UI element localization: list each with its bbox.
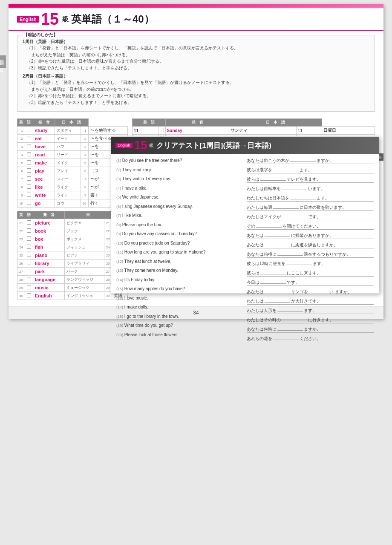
- checkbox-cell: [25, 191, 33, 199]
- row-num: 10: [17, 199, 25, 208]
- col2-header-en: 英 語: [17, 211, 33, 219]
- en-word-cell: write: [33, 191, 55, 199]
- col2-header-jp: 日: [64, 211, 112, 219]
- memo-week1: 1周目（英語→日本語） （1）「発音」と「日本語」を赤シートでかくし、「英語」を…: [23, 39, 369, 72]
- row-num: 11: [133, 127, 159, 135]
- test-answer: わたしはその町のに行きます。: [247, 317, 374, 323]
- en-word-cell: piano: [33, 251, 64, 260]
- test-left: (1) Do you see the tree over there?(2) T…: [116, 157, 243, 345]
- test-question: (19) What time do you get up?: [116, 322, 243, 329]
- side-tab: 問題 15 級: [0, 55, 6, 68]
- test-answer: わたしは人形をます。: [247, 307, 374, 314]
- test-right: あなたは向こうの木がますか。彼らは漢字をます。彼らはテレビを見ます。わたしは自転…: [247, 157, 374, 345]
- checkbox-cell: [25, 219, 33, 227]
- checkbox-cell: [25, 183, 33, 191]
- memo-w2-sub1: まちがえた単語は「日本語」の前の□に赤×をつける。: [23, 86, 369, 92]
- checkbox-cell: [25, 292, 33, 300]
- en-word-cell: have: [33, 143, 55, 151]
- memo-box: 【暗記のしかた】 1周目（英語→日本語） （1）「発音」と「日本語」を赤シートで…: [17, 35, 375, 112]
- test-question: (2) They read kanji.: [116, 167, 243, 173]
- level-header: English 15 級 英単語（１～40）: [9, 8, 383, 31]
- row-num: 26: [17, 260, 25, 268]
- row-num: 6: [17, 167, 25, 175]
- test-answer: そのを開けてください。: [247, 223, 374, 230]
- test-content: (1) Do you see the tree over there?(2) T…: [111, 154, 379, 348]
- checkbox-cell: [25, 127, 33, 135]
- checkbox-cell: [25, 276, 33, 284]
- yomi-cell: サンディ: [229, 127, 296, 135]
- memo-w2-item1: （1）「英語」と「発音」を赤シートでかくし、「日本語」を見て「英語」が書けるかノ…: [23, 79, 369, 86]
- checkbox-cell: [25, 227, 33, 235]
- test-question: (4) I have a bike.: [116, 185, 243, 192]
- test-question: (13) They come here on Monday.: [116, 267, 243, 274]
- level-number: 15: [41, 11, 59, 27]
- jp-word-cell: 日曜日: [322, 127, 375, 135]
- checkbox-cell: [25, 143, 33, 151]
- en-word-cell: see: [33, 175, 55, 183]
- yomi-cell: ボックス: [64, 235, 104, 243]
- top-banner: [9, 4, 383, 8]
- test-answer: あれらの花をください。: [247, 335, 374, 342]
- checkbox-cell: [158, 127, 165, 135]
- test-answer: あなたはに柔道を練習しますか。: [247, 242, 374, 248]
- memo-week1-title: 1周目（英語→日本語）: [23, 39, 369, 45]
- memo-week2: 2周目（日本語→英語） （1）「英語」と「発音」を赤シートでかくし、「日本語」を…: [23, 73, 369, 106]
- row-num: 5: [17, 159, 25, 167]
- en-word-cell: like: [33, 183, 55, 191]
- memo-w1-sub1: まちがえた単語は「英語」の前の□に赤×をつける。: [23, 52, 369, 58]
- memo-w1-item2: （2）赤×をつけた単語は、日本語の意味が言えるまで自分で暗記する。: [23, 58, 369, 65]
- overlay-level-num: 15: [134, 138, 147, 152]
- test-question: (5) We write Japanese.: [116, 194, 243, 201]
- memo-week2-title: 2周目（日本語→英語）: [23, 73, 369, 79]
- test-question: (11) How long are you going to stay in H…: [116, 249, 243, 256]
- row-num: 29: [17, 284, 25, 292]
- checkbox-cell: [25, 135, 33, 143]
- test-answer: あなたは箱根に滞在するつもりですか。: [247, 251, 374, 258]
- row-num: 23: [17, 235, 25, 243]
- row-num: 3: [17, 143, 25, 151]
- test-answer: 彼らはにここに来ます。: [247, 270, 374, 277]
- en-word-cell: box: [33, 235, 64, 243]
- test-answer: わたしはが大好きです。: [247, 298, 374, 305]
- page-title: 英単語（１～40）: [71, 12, 154, 26]
- en-word-cell: library: [33, 260, 64, 268]
- row-num: 4: [17, 151, 25, 159]
- test-question: (9) Do you have any classes on Thursday?: [116, 231, 243, 237]
- checkbox-cell: [25, 251, 33, 260]
- right-col-yomi: 発 音: [165, 119, 229, 127]
- overlay-header: English 15 級 クリアテスト[1周目](英語→日本語): [111, 137, 379, 154]
- test-question: (18) I go to the library in the town.: [116, 313, 243, 320]
- overlay-title: クリアテスト[1周目](英語→日本語): [156, 141, 271, 150]
- en-word-cell: eat: [33, 135, 55, 143]
- memo-box-title: 【暗記のしかた】: [22, 32, 59, 38]
- checkbox-cell: [25, 268, 33, 276]
- yomi-cell: ハブ: [55, 143, 81, 151]
- test-answer: 彼らは漢字をます。: [247, 167, 374, 173]
- yomi-cell: ライク: [55, 183, 81, 191]
- test-answer: わたしは自転車をいます。: [247, 185, 374, 192]
- checkbox-cell: [25, 175, 33, 183]
- memo-w2-item2: （2）赤×をつけた単語は、覚えるまでノートに書いて暗記する。: [23, 92, 369, 99]
- col-header-jp: 日 本 語: [55, 119, 88, 127]
- yomi-cell: リード: [55, 151, 81, 159]
- checkbox-cell: [25, 260, 33, 268]
- test-question: (1) Do you see the tree over there?: [116, 157, 243, 164]
- test-question: (16) I love music.: [116, 295, 243, 302]
- col-header-en: 英 語: [17, 119, 33, 127]
- test-question: (6) I sing Japanese songs every Sunday.: [116, 203, 243, 210]
- en-word-cell: make: [33, 159, 55, 167]
- test-question: (20) Please look at those flowers.: [116, 332, 243, 338]
- yomi-cell: ピアノ: [64, 251, 104, 260]
- checkbox-cell: [25, 151, 33, 159]
- test-answer: わたしはマイクがです。: [247, 213, 374, 220]
- memo-w1-item1: （1）「発音」と「日本語」を赤シートでかくし、「英語」を読んで「日本語」の意味が…: [23, 45, 369, 52]
- en-word-cell: Sunday: [165, 127, 229, 135]
- row-num: 30: [17, 292, 25, 300]
- overlay-card: English 15 級 クリアテスト[1周目](英語→日本語) (1) Do …: [111, 136, 379, 294]
- memo-w1-item3: （3）暗記できたら「テストします！」と手をあげる。: [23, 65, 369, 72]
- table-row: 1 study スタディ 1 〜を勉強する: [17, 127, 128, 135]
- row-num: 24: [17, 243, 25, 251]
- checkbox-cell: [25, 167, 33, 175]
- en-word-cell: language: [33, 276, 64, 284]
- checkbox-cell: [25, 159, 33, 167]
